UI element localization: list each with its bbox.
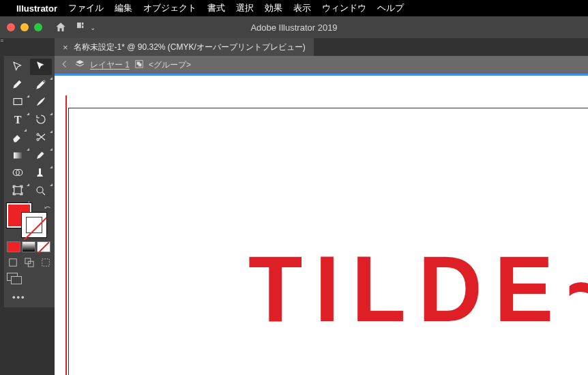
pen-tool[interactable] bbox=[7, 76, 29, 93]
stroke-color-swatch[interactable] bbox=[22, 213, 46, 237]
menu-view[interactable]: 表示 bbox=[293, 2, 311, 14]
menu-file[interactable]: ファイル bbox=[68, 2, 104, 14]
gradient-tool[interactable] bbox=[7, 147, 29, 164]
svg-rect-2 bbox=[82, 26, 83, 29]
screen-mode-button[interactable] bbox=[7, 273, 52, 285]
color-mode-none[interactable] bbox=[37, 241, 50, 252]
svg-point-8 bbox=[37, 133, 39, 135]
swap-fill-stroke-icon[interactable]: ⤺ bbox=[44, 203, 50, 212]
layers-icon bbox=[75, 59, 85, 71]
app-menu[interactable]: Illustrator bbox=[16, 3, 57, 14]
zoom-window-button[interactable] bbox=[34, 23, 42, 31]
isolation-breadcrumb[interactable]: レイヤー 1 <グループ> bbox=[55, 56, 588, 74]
document-tab-bar: × 名称未設定-1* @ 90.32% (CMYK/オーバープリントプレビュー) bbox=[55, 38, 588, 56]
menu-effect[interactable]: 効果 bbox=[265, 2, 282, 14]
window-title: Adobe Illustrator 2019 bbox=[250, 22, 337, 33]
draw-inside-icon[interactable] bbox=[40, 256, 52, 269]
window-controls bbox=[0, 23, 49, 31]
document-tab-label: 名称未設定-1* @ 90.32% (CMYK/オーバープリントプレビュー) bbox=[74, 42, 306, 53]
close-tab-icon[interactable]: × bbox=[63, 42, 68, 52]
svg-rect-14 bbox=[14, 186, 22, 194]
svg-rect-19 bbox=[42, 259, 50, 267]
zoom-tool[interactable] bbox=[30, 183, 52, 199]
rotate-tool[interactable] bbox=[30, 112, 52, 128]
edit-toolbar-button[interactable]: ••• bbox=[7, 292, 52, 302]
macos-menubar: Illustrator ファイル 編集 オブジェクト 書式 選択 効果 表示 ウ… bbox=[0, 0, 588, 16]
menu-edit[interactable]: 編集 bbox=[115, 2, 132, 14]
rectangle-tool[interactable] bbox=[7, 94, 29, 110]
svg-rect-10 bbox=[14, 153, 22, 159]
breadcrumb-layer[interactable]: レイヤー 1 bbox=[90, 59, 130, 71]
home-icon[interactable] bbox=[55, 21, 67, 33]
artwork-text[interactable]: TILDE~ bbox=[248, 235, 588, 343]
svg-point-15 bbox=[37, 187, 43, 193]
symbol-sprayer-tool[interactable] bbox=[30, 165, 52, 181]
bleed-guide bbox=[65, 95, 67, 375]
direct-selection-tool[interactable] bbox=[30, 59, 52, 75]
draw-mode-row bbox=[7, 256, 52, 269]
curvature-tool[interactable] bbox=[30, 76, 52, 93]
color-mode-gradient[interactable] bbox=[22, 241, 35, 252]
menu-window[interactable]: ウィンドウ bbox=[322, 2, 366, 14]
chevron-down-icon: ⌄ bbox=[90, 24, 95, 31]
close-window-button[interactable] bbox=[7, 23, 15, 31]
svg-rect-0 bbox=[77, 22, 81, 28]
menu-type[interactable]: 書式 bbox=[207, 2, 225, 14]
document-tab[interactable]: × 名称未設定-1* @ 90.32% (CMYK/オーバープリントプレビュー) bbox=[55, 38, 314, 56]
shape-builder-tool[interactable] bbox=[7, 165, 29, 181]
color-mode-row bbox=[7, 241, 52, 252]
svg-rect-5 bbox=[138, 63, 141, 66]
back-arrow-icon[interactable] bbox=[60, 59, 70, 71]
svg-rect-13 bbox=[39, 168, 41, 175]
draw-behind-icon[interactable] bbox=[23, 256, 35, 269]
eyedropper-tool[interactable] bbox=[30, 147, 52, 164]
svg-point-6 bbox=[43, 80, 45, 82]
paintbrush-tool[interactable] bbox=[30, 94, 52, 110]
menu-object[interactable]: オブジェクト bbox=[143, 2, 196, 14]
minimize-window-button[interactable] bbox=[20, 23, 29, 31]
artboard-tool[interactable] bbox=[7, 183, 29, 199]
ruler-guide bbox=[55, 74, 588, 76]
svg-rect-16 bbox=[10, 259, 17, 267]
svg-rect-1 bbox=[82, 22, 83, 25]
type-tool[interactable]: T bbox=[7, 112, 29, 128]
fill-stroke-swatch[interactable]: ⤺ bbox=[7, 203, 52, 236]
breadcrumb-group[interactable]: <グループ> bbox=[149, 59, 191, 71]
arrange-documents-icon[interactable]: ⌄ bbox=[75, 22, 95, 32]
scissors-tool[interactable] bbox=[30, 130, 52, 146]
svg-rect-7 bbox=[14, 98, 22, 104]
app-titlebar: ⌄ Adobe Illustrator 2019 bbox=[0, 16, 588, 38]
canvas[interactable]: TILDE~ bbox=[55, 74, 588, 375]
menu-help[interactable]: ヘルプ bbox=[377, 2, 404, 14]
color-mode-solid[interactable] bbox=[7, 241, 20, 252]
group-icon bbox=[135, 60, 143, 70]
selection-tool[interactable] bbox=[7, 59, 29, 75]
eraser-tool[interactable] bbox=[7, 130, 29, 146]
tools-panel: T ⤺ ••• bbox=[4, 56, 55, 308]
svg-point-9 bbox=[37, 138, 39, 140]
menu-select[interactable]: 選択 bbox=[236, 2, 254, 14]
draw-normal-icon[interactable] bbox=[7, 256, 19, 269]
